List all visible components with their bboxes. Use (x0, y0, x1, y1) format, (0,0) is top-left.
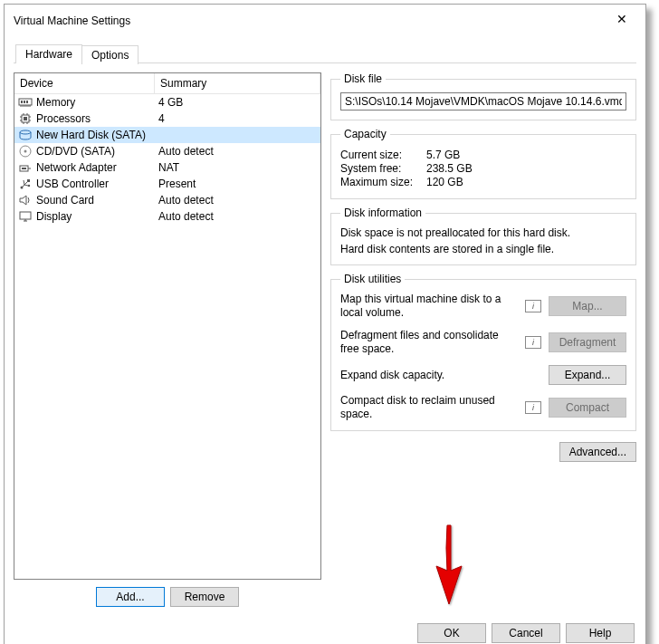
compact-row: Compact disk to reclaim unused space. i … (340, 394, 626, 421)
device-list[interactable]: Device Summary Memory4 GBProcessors4New … (14, 72, 321, 580)
device-name: New Hard Disk (SATA) (36, 129, 158, 141)
expand-button[interactable]: Expand... (549, 365, 626, 385)
titlebar: Virtual Machine Settings ✕ (5, 5, 645, 37)
left-buttons: Add... Remove (14, 587, 321, 607)
device-name: Network Adapter (36, 161, 158, 174)
system-free-label: System free: (340, 162, 426, 175)
disk-file-legend: Disk file (340, 72, 386, 85)
map-row: Map this virtual machine disk to a local… (340, 293, 626, 320)
list-row[interactable]: Memory4 GB (14, 94, 320, 111)
defrag-desc: Defragment files and consolidate free sp… (340, 329, 518, 356)
cd-dvd-icon (18, 144, 33, 159)
display-icon (18, 209, 33, 224)
content: Hardware Options Device Summary Memory4 … (5, 37, 645, 616)
help-button[interactable]: Help (566, 623, 635, 643)
processors-icon (18, 111, 33, 126)
list-row[interactable]: DisplayAuto detect (14, 208, 320, 225)
advanced-row: Advanced... (330, 442, 636, 462)
svg-rect-9 (26, 101, 28, 103)
maximum-size-label: Maximum size: (340, 176, 426, 188)
svg-line-28 (24, 185, 28, 186)
list-row[interactable]: CD/DVD (SATA)Auto detect (14, 143, 320, 159)
device-summary: Auto detect (158, 194, 317, 207)
add-button[interactable]: Add... (96, 587, 165, 607)
svg-point-20 (20, 130, 31, 134)
header-summary[interactable]: Summary (155, 73, 320, 93)
disk-info-group: Disk information Disk space is not preal… (330, 207, 636, 265)
device-summary: NAT (158, 161, 317, 174)
footer: OK Cancel Help (5, 616, 645, 644)
list-row[interactable]: USB ControllerPresent (14, 176, 320, 192)
window-title: Virtual Machine Settings (12, 14, 130, 27)
disk-utilities-group: Disk utilities Map this virtual machine … (330, 273, 636, 431)
capacity-group: Capacity Current size:5.7 GB System free… (330, 128, 636, 199)
svg-point-31 (28, 185, 30, 187)
maximum-size-value: 120 GB (426, 176, 463, 188)
svg-rect-8 (24, 101, 25, 103)
header-device[interactable]: Device (14, 73, 155, 93)
device-summary: Auto detect (158, 210, 317, 223)
advanced-button[interactable]: Advanced... (559, 442, 636, 462)
usb-controller-icon (18, 177, 33, 191)
memory-icon (18, 95, 33, 110)
tab-options[interactable]: Options (81, 45, 138, 64)
cancel-button[interactable]: Cancel (492, 623, 560, 643)
device-name: Display (36, 210, 158, 223)
disk-utilities-legend: Disk utilities (340, 273, 405, 285)
remove-button[interactable]: Remove (170, 587, 239, 607)
tab-hardware[interactable]: Hardware (15, 44, 82, 63)
device-name: CD/DVD (SATA) (36, 145, 158, 158)
right-panel: Disk file Capacity Current size:5.7 GB S… (330, 72, 636, 607)
list-header: Device Summary (14, 73, 320, 94)
svg-line-27 (22, 181, 28, 187)
expand-desc: Expand disk capacity. (340, 369, 518, 382)
defragment-button[interactable]: Defragment (549, 332, 626, 352)
hard-disk-icon (18, 128, 33, 142)
expand-row: Expand disk capacity. Expand... (340, 365, 626, 385)
capacity-legend: Capacity (340, 128, 390, 140)
disk-file-group: Disk file (330, 72, 636, 120)
map-button[interactable]: Map... (549, 296, 626, 316)
ok-button[interactable]: OK (417, 623, 486, 643)
map-desc: Map this virtual machine disk to a local… (340, 293, 518, 320)
svg-rect-7 (21, 101, 23, 103)
device-name: Sound Card (36, 194, 158, 207)
compact-desc: Compact disk to reclaim unused space. (340, 394, 518, 421)
svg-rect-30 (27, 179, 30, 182)
list-row[interactable]: Processors4 (14, 111, 320, 127)
disk-info-legend: Disk information (340, 207, 425, 219)
list-row[interactable]: Sound CardAuto detect (14, 192, 320, 208)
compact-button[interactable]: Compact (549, 398, 626, 418)
svg-rect-11 (24, 117, 27, 120)
svg-point-22 (24, 150, 27, 153)
main: Device Summary Memory4 GBProcessors4New … (14, 63, 636, 607)
device-summary: 4 GB (158, 96, 317, 109)
device-name: USB Controller (36, 178, 158, 190)
list-row[interactable]: New Hard Disk (SATA) (14, 127, 320, 143)
info-icon[interactable]: i (525, 300, 541, 312)
close-icon[interactable]: ✕ (606, 10, 638, 32)
svg-line-29 (24, 180, 24, 185)
list-row[interactable]: Network AdapterNAT (14, 159, 320, 176)
settings-window: Virtual Machine Settings ✕ Hardware Opti… (4, 4, 646, 644)
sound-card-icon (18, 193, 33, 207)
device-summary: Present (158, 178, 317, 190)
disk-file-path[interactable] (340, 92, 626, 111)
defrag-row: Defragment files and consolidate free sp… (340, 329, 626, 356)
network-adapter-icon (18, 160, 33, 175)
device-name: Processors (36, 112, 158, 125)
device-summary: 4 (158, 112, 317, 125)
current-size-value: 5.7 GB (426, 149, 460, 161)
info-icon[interactable]: i (525, 401, 541, 414)
disk-info-line1: Disk space is not preallocated for this … (340, 226, 626, 239)
disk-info-line2: Hard disk contents are stored in a singl… (340, 243, 626, 255)
device-summary: Auto detect (158, 145, 317, 158)
info-icon[interactable]: i (525, 336, 541, 349)
svg-rect-24 (22, 168, 26, 169)
system-free-value: 238.5 GB (426, 162, 473, 175)
device-name: Memory (36, 96, 158, 109)
list-body: Memory4 GBProcessors4New Hard Disk (SATA… (14, 94, 320, 579)
tabs: Hardware Options (15, 44, 636, 63)
current-size-label: Current size: (340, 149, 426, 161)
svg-rect-32 (20, 212, 31, 219)
